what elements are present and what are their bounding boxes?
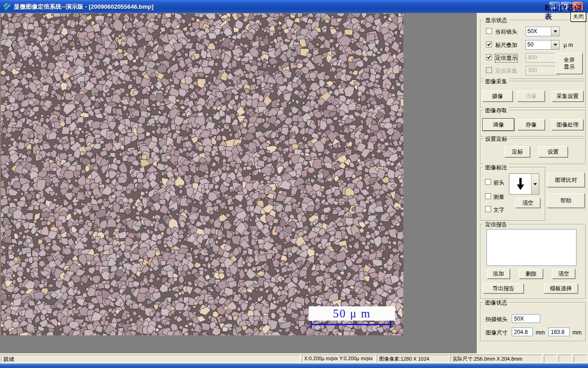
fixed-capture-label: 定倍采集 bbox=[495, 67, 517, 75]
scale-overlay-label[interactable]: 标尺叠加 bbox=[495, 41, 517, 49]
status-spacer-2 bbox=[559, 355, 572, 362]
measure-checkbox[interactable] bbox=[485, 193, 491, 199]
arrow-label[interactable]: 箭头 bbox=[493, 179, 504, 187]
checkmark-icon bbox=[486, 55, 492, 60]
close-button[interactable] bbox=[572, 2, 582, 11]
lens-value-field[interactable]: 50X bbox=[512, 314, 540, 323]
current-lens-label[interactable]: 当前镜头 bbox=[495, 28, 517, 36]
micrograph-viewport[interactable]: 50 μ m bbox=[1, 13, 403, 335]
minimize-button[interactable] bbox=[549, 2, 560, 11]
group-calibration-legend: 设置定标 bbox=[483, 135, 509, 143]
measure-label[interactable]: 测量 bbox=[493, 193, 504, 201]
status-bar: 就绪 X:0.200μ m/pix Y:0.200μ m/pix 图像像素:12… bbox=[0, 353, 588, 364]
restore-icon bbox=[563, 4, 569, 9]
group-storage-legend: 图像存取 bbox=[483, 107, 509, 115]
lens-label: 拍摄镜头 bbox=[486, 316, 508, 323]
group-image-status-legend: 图像状态 bbox=[483, 299, 509, 307]
group-capture-legend: 图像采集 bbox=[483, 78, 509, 86]
chevron-down-icon bbox=[554, 44, 557, 46]
current-lens-select[interactable]: 50X bbox=[526, 27, 560, 36]
scale-bar-left-tick bbox=[311, 321, 312, 328]
group-storage: 图像存取 调像 存像 图像处理 bbox=[480, 110, 586, 137]
fixed-display-checkbox[interactable] bbox=[486, 54, 492, 60]
scale-overlay-checkbox[interactable] bbox=[486, 41, 492, 47]
arrow-style-dropdown-button[interactable] bbox=[531, 174, 539, 194]
text-label[interactable]: 文字 bbox=[493, 206, 504, 214]
text-checkbox[interactable] bbox=[485, 206, 491, 212]
scale-overlay-select[interactable]: 50 bbox=[526, 40, 560, 50]
image-width-unit: mm bbox=[536, 329, 545, 336]
current-lens-dropdown-button[interactable] bbox=[551, 27, 559, 36]
scale-overlay-dropdown-button[interactable] bbox=[551, 40, 559, 49]
chevron-down-icon bbox=[533, 183, 537, 185]
report-template-button[interactable]: 模板选择 bbox=[544, 283, 578, 293]
fixed-display-input: 800 bbox=[526, 53, 560, 63]
title-bar[interactable]: 显微图像定倍系统--演示版 - [20090602055646.bmp] 鞍山仪… bbox=[0, 0, 588, 13]
scale-bar-right-tick bbox=[390, 321, 391, 328]
group-annotation-legend: 图像标注 bbox=[483, 164, 509, 172]
current-lens-value: 50X bbox=[526, 27, 551, 36]
micrograph-image[interactable] bbox=[1, 13, 403, 335]
close-tooltip: 关闭 bbox=[571, 12, 586, 22]
status-spacer-1 bbox=[544, 355, 557, 362]
group-capture: 图像采集 摄像 冻像 采集设置 bbox=[480, 81, 586, 108]
scale-bar-label: 50 μ m bbox=[333, 307, 371, 320]
fixed-capture-checkbox bbox=[486, 67, 492, 73]
status-spacer-3 bbox=[574, 355, 587, 362]
control-panel: 显示状态 当前镜头 50X 标尺叠加 50 μ m 定倍显示 800 定倍采 bbox=[477, 13, 588, 353]
down-arrow-icon bbox=[509, 174, 531, 194]
group-annotation: 图像标注 箭头 测量 清空 文字 bbox=[480, 167, 545, 221]
fullscreen-button-line2: 显示 bbox=[564, 63, 575, 70]
group-display-status: 显示状态 当前镜头 50X 标尺叠加 50 μ m 定倍显示 800 定倍采 bbox=[480, 20, 586, 79]
window-bottom-border bbox=[0, 363, 588, 368]
image-size-label: 图像尺寸 bbox=[486, 329, 508, 337]
group-calibration: 设置定标 定标 设置 bbox=[480, 138, 586, 164]
freeze-button: 冻像 bbox=[517, 91, 545, 102]
scale-bar-line bbox=[311, 324, 391, 325]
status-image-pixels: 图像像素:1280 X 1024 bbox=[377, 355, 449, 362]
image-process-button[interactable]: 图像处理 bbox=[552, 119, 583, 130]
report-export-button[interactable]: 导出报告 bbox=[483, 283, 524, 293]
checkmark-icon bbox=[486, 42, 492, 47]
group-report-legend: 定倍报告 bbox=[483, 221, 509, 229]
scale-bar-box: 50 μ m bbox=[309, 306, 395, 321]
current-lens-checkbox[interactable] bbox=[486, 28, 492, 34]
help-button[interactable]: 帮助 bbox=[547, 193, 585, 208]
close-icon bbox=[575, 4, 580, 9]
save-image-button[interactable]: 存像 bbox=[517, 119, 545, 130]
minimize-icon bbox=[552, 7, 556, 9]
atlas-compare-button[interactable]: 图谱比对 bbox=[547, 172, 585, 187]
fullscreen-button[interactable]: 全屏 显示 bbox=[556, 53, 582, 74]
group-image-status: 图像状态 拍摄镜头 50X 图像尺寸 204.8 mm 163.8 mm bbox=[480, 302, 586, 341]
fixed-capture-input: 300 bbox=[526, 66, 560, 75]
fullscreen-button-line1: 全屏 bbox=[564, 57, 575, 63]
report-clear-button[interactable]: 清空 bbox=[552, 269, 575, 279]
app-icon bbox=[3, 2, 11, 10]
report-add-button[interactable]: 添加 bbox=[487, 269, 510, 279]
arrow-checkbox[interactable] bbox=[485, 179, 491, 185]
load-image-button[interactable]: 调像 bbox=[483, 119, 514, 131]
capture-settings-button[interactable]: 采集设置 bbox=[552, 91, 583, 102]
shoot-button[interactable]: 摄像 bbox=[482, 91, 513, 102]
restore-button[interactable] bbox=[561, 2, 571, 11]
report-listbox[interactable] bbox=[486, 229, 577, 266]
window-title: 显微图像定倍系统--演示版 - [20090602055646.bmp] bbox=[14, 3, 153, 11]
arrow-style-select[interactable] bbox=[509, 173, 539, 195]
report-delete-button[interactable]: 删除 bbox=[519, 269, 543, 279]
scale-overlay-unit: μ m bbox=[564, 42, 573, 48]
status-actual-size: 实际尺寸:256.0mm X 204.8mm bbox=[450, 355, 542, 362]
calibrate-button[interactable]: 定标 bbox=[504, 146, 530, 157]
status-ready: 就绪 bbox=[1, 355, 300, 362]
image-height-unit: mm bbox=[572, 329, 582, 336]
calibration-settings-button[interactable]: 设置 bbox=[538, 146, 568, 157]
image-height-field[interactable]: 163.8 bbox=[548, 328, 570, 336]
scale-overlay-value: 50 bbox=[526, 40, 551, 49]
app-window: 显微图像定倍系统--演示版 - [20090602055646.bmp] 鞍山仪… bbox=[0, 0, 588, 368]
fixed-display-label[interactable]: 定倍显示 bbox=[495, 54, 517, 62]
status-pixel-scale: X:0.200μ m/pix Y:0.200μ m/pix bbox=[302, 355, 376, 362]
group-report: 定倍报告 添加 删除 清空 导出报告 模板选择 bbox=[480, 224, 586, 299]
annotation-clear-button[interactable]: 清空 bbox=[515, 198, 540, 208]
image-width-field[interactable]: 204.8 bbox=[512, 328, 533, 336]
group-display-status-legend: 显示状态 bbox=[483, 17, 509, 24]
chevron-down-icon bbox=[554, 30, 557, 33]
